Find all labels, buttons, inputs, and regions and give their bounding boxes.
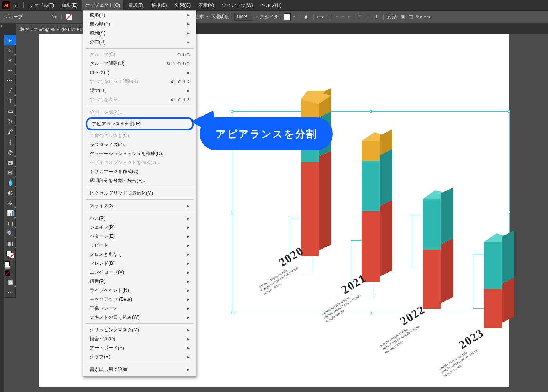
perspective-tool[interactable]: ▦: [4, 157, 16, 167]
app-logo-icon: Ai: [2, 1, 10, 9]
transform-label[interactable]: 変形: [387, 14, 397, 20]
menu-edit[interactable]: 編集(E): [59, 0, 81, 10]
screen-mode-tool[interactable]: ▣: [4, 277, 16, 287]
menu-item[interactable]: 透明部分を分割・統合(F)...: [83, 176, 196, 185]
isolate-icon[interactable]: ▣: [399, 13, 406, 20]
menu-item[interactable]: 複合パス(O)▶: [83, 334, 196, 343]
menu-item[interactable]: アートボード(A)▶: [83, 343, 196, 352]
align-right-icon[interactable]: ≡⎹: [348, 13, 355, 20]
gradient-tool[interactable]: ◧: [4, 238, 16, 249]
opacity-label: 不透明度 :: [211, 14, 232, 20]
menu-item[interactable]: ロック(L)▶: [83, 68, 196, 77]
rectangle-tool[interactable]: ▭: [4, 106, 16, 116]
selection-type-label: グループ: [4, 14, 23, 20]
menu-item[interactable]: モックアップ (Beta)▶: [83, 295, 196, 304]
menu-item[interactable]: クリッピングマスク(M)▶: [83, 325, 196, 334]
menu-item[interactable]: トリムマークを作成(C): [83, 167, 196, 176]
menu-item[interactable]: 整列(A)▶: [83, 29, 196, 38]
menu-item[interactable]: グラフ(R)▶: [83, 352, 196, 361]
magic-wand-tool[interactable]: ✶: [4, 55, 16, 65]
menubar: Ai ⌂ | ファイル(F) 編集(E) オブジェクト(O) 書式(T) 選択(…: [0, 0, 548, 10]
menu-item: 分割・拡張(X)...: [83, 108, 196, 117]
menu-file[interactable]: ファイル(F): [26, 0, 57, 10]
menu-item[interactable]: 遠近(P)▶: [83, 277, 196, 286]
menu-item[interactable]: 重ね順(A)▶: [83, 20, 196, 29]
rotate-tool[interactable]: ↻: [4, 116, 16, 126]
transform-icons: ▣ ◫ ✎▾ ⋯▾: [399, 13, 431, 20]
menu-item[interactable]: テキストの回り込み(W)▶: [83, 313, 196, 322]
shape-builder-tool[interactable]: ◔: [4, 147, 16, 157]
menu-view[interactable]: 表示(V): [195, 0, 217, 10]
menu-item[interactable]: 書き出し用に追加▶: [83, 365, 196, 374]
align-hcenter-icon[interactable]: ≡: [340, 13, 347, 20]
eyedropper-tool[interactable]: 💧: [4, 177, 16, 188]
menu-effect[interactable]: 効果(C): [172, 0, 194, 10]
paintbrush-tool[interactable]: 🖌: [4, 126, 16, 137]
align-buttons: ⎸≡ ≡ ≡⎹ ⊤ ┼ ⊥: [332, 13, 380, 20]
recolor-icon[interactable]: ◉: [303, 13, 310, 20]
menu-item: すべてを表示Alt+Ctrl+3: [83, 95, 196, 104]
menu-object[interactable]: オブジェクト(O): [82, 0, 123, 10]
annotation-callout: アピアランスを分割: [192, 110, 333, 161]
style-label: スタイル :: [260, 14, 281, 20]
edit-icon[interactable]: ✎▾: [415, 13, 422, 20]
menu-item[interactable]: 画像トレース▶: [83, 304, 196, 313]
menu-item[interactable]: パス(P)▶: [83, 214, 196, 223]
zoom-tool[interactable]: 🔍: [4, 228, 16, 238]
home-icon[interactable]: ⌂: [15, 2, 18, 8]
menu-item: グループ(G)Ctrl+G: [83, 50, 196, 59]
align-top-icon[interactable]: ⊤: [356, 13, 363, 20]
menu-item[interactable]: ピクセルグリッドに最適化(M): [83, 189, 196, 198]
panel-edge[interactable]: »: [0, 23, 4, 392]
artboard-tool[interactable]: ▢: [4, 218, 16, 228]
menu-item[interactable]: リピート▶: [83, 241, 196, 250]
menu-help[interactable]: ヘルプ(H): [258, 0, 285, 10]
expand-appearance-highlight[interactable]: アピアランスを分割(E): [86, 117, 194, 130]
menu-item[interactable]: グループ解除(U)Shift+Ctrl+G: [83, 59, 196, 68]
menu-item[interactable]: クロスと重なり▶: [83, 250, 196, 259]
line-tool[interactable]: ╱: [4, 86, 16, 96]
menu-type[interactable]: 書式(T): [125, 0, 146, 10]
menu-item[interactable]: 変形(T)▶: [83, 11, 196, 20]
menu-item[interactable]: パターン(E)▶: [83, 232, 196, 241]
align-to-icon[interactable]: ▭▾: [317, 13, 324, 20]
symbol-sprayer-tool[interactable]: ✲: [4, 198, 16, 208]
menu-item[interactable]: アピアランスを分割(E): [87, 119, 192, 129]
menu-item[interactable]: グラデーションメッシュを作成(D)...: [83, 149, 196, 158]
more-icon[interactable]: ⋯▾: [424, 13, 431, 20]
menu-select[interactable]: 選択(S): [148, 0, 170, 10]
no-fill-icon[interactable]: [65, 13, 72, 20]
menu-item[interactable]: シェイプ(P)▶: [83, 223, 196, 232]
direct-selection-tool[interactable]: ▹: [4, 45, 16, 55]
opacity-input[interactable]: [234, 13, 253, 21]
align-left-icon[interactable]: ⎸≡: [332, 13, 339, 20]
menu-item[interactable]: ラスタライズ(Z)...: [83, 140, 196, 149]
pen-tool[interactable]: ✒: [4, 65, 16, 76]
align-bottom-icon[interactable]: ⊥: [373, 13, 380, 20]
menu-item[interactable]: スライス(S)▶: [83, 201, 196, 210]
style-swatch[interactable]: [284, 13, 291, 20]
object-menu-dropdown: 変形(T)▶重ね順(A)▶整列(A)▶分布(U)▶グループ(G)Ctrl+Gグル…: [83, 10, 196, 377]
document-tab-bar: 棒グラフ.ai* @ 95 % (RGB/CPU プレビュー) × ×: [0, 23, 548, 34]
menu-item[interactable]: 隠す(H)▶: [83, 86, 196, 95]
clip-icon[interactable]: ◫: [407, 13, 414, 20]
type-tool[interactable]: T: [4, 96, 16, 106]
color-mode-swatches[interactable]: [4, 260, 15, 277]
align-vcenter-icon[interactable]: ┼: [364, 13, 371, 20]
curvature-tool[interactable]: 〰: [4, 76, 16, 86]
graph-tool[interactable]: 📊: [4, 208, 16, 218]
selection-tool[interactable]: ▸: [4, 35, 16, 45]
menu-item[interactable]: エンベロープ(V)▶: [83, 268, 196, 277]
fill-stroke-icon[interactable]: [4, 249, 16, 260]
sublabel-2023: sample sample samplesample sample sample…: [438, 345, 481, 378]
menu-window[interactable]: ウィンドウ(W): [219, 0, 256, 10]
menu-item[interactable]: ライブペイント(N)▶: [83, 286, 196, 295]
edit-toolbar-icon[interactable]: ⋯: [4, 287, 16, 297]
help-icon[interactable]: ?▾: [51, 13, 58, 20]
menu-item: 画像の切り抜き(C): [83, 131, 196, 140]
width-tool[interactable]: ⟊: [4, 137, 16, 147]
blend-tool[interactable]: ◐: [4, 188, 16, 198]
mesh-tool[interactable]: ⊞: [4, 167, 16, 177]
menu-item[interactable]: ブレンド(B)▶: [83, 259, 196, 268]
menu-item[interactable]: 分布(U)▶: [83, 38, 196, 47]
